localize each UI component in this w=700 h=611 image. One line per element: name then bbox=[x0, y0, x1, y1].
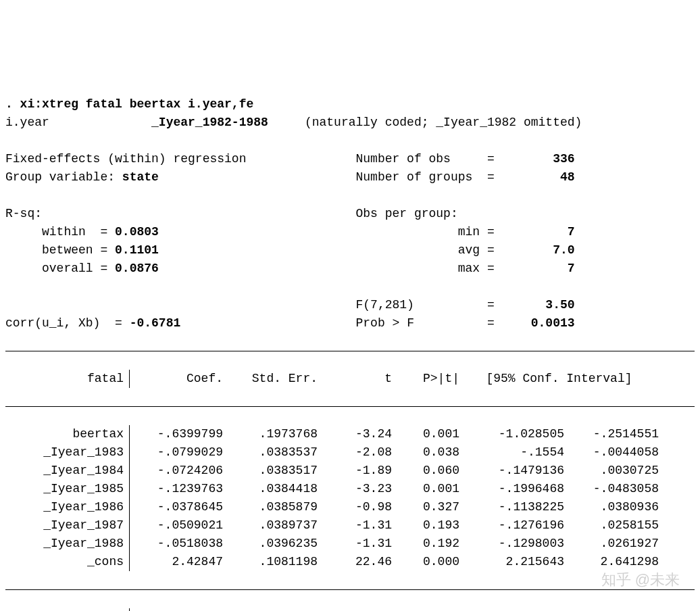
p-value: 0.192 bbox=[392, 535, 459, 553]
coef-value: -.0724206 bbox=[135, 462, 223, 480]
table-row: _Iyear_1985-.1239763.0384418-3.230.001-.… bbox=[5, 480, 695, 498]
table-row: beertax-.6399799.1973768-3.240.001-1.028… bbox=[5, 425, 695, 443]
ci-lo: -.1298003 bbox=[459, 535, 564, 553]
p-value: 0.038 bbox=[392, 443, 459, 462]
col-headers: Coef.Std. Err.tP>|t|[95% Conf. Interval] bbox=[130, 370, 695, 388]
watermark: 知乎 @未来 bbox=[601, 568, 680, 591]
corr-value: -0.6781 bbox=[130, 316, 181, 330]
p-value: 0.060 bbox=[392, 462, 459, 480]
coef-value: -.6399799 bbox=[135, 425, 223, 443]
stata-output: . xi:xtreg fatal beertax i.year,fe i.yea… bbox=[5, 77, 695, 333]
ci-hi: -.0044058 bbox=[564, 443, 659, 462]
hdr-se: Std. Err. bbox=[223, 370, 318, 388]
sigma-u-value: .70945965 bbox=[135, 608, 223, 611]
var-stats: 2.42847.108119822.460.0002.2156432.64129… bbox=[130, 553, 695, 571]
var-stats: -.0799029.0383537-2.080.038-.1554-.00440… bbox=[130, 443, 695, 462]
t-value: -1.31 bbox=[318, 535, 392, 553]
table-row: _cons2.42847.108119822.460.0002.2156432.… bbox=[5, 553, 695, 571]
t-value: -3.24 bbox=[318, 425, 392, 443]
table-top-rule bbox=[5, 351, 695, 351]
coef-value: -.0518038 bbox=[135, 535, 223, 553]
rsq-overall-value: 0.0876 bbox=[115, 262, 159, 275]
se-value: .0389737 bbox=[223, 516, 318, 535]
p-value: 0.193 bbox=[392, 516, 459, 535]
ci-hi: 2.641298 bbox=[564, 553, 659, 571]
opg-label: Obs per group: bbox=[356, 207, 458, 220]
xi-stub: _Iyear_1982-1988 bbox=[151, 116, 268, 129]
fstat-value: 3.50 bbox=[545, 298, 574, 312]
var-stats: -.0378645.0385879-0.980.327-.1138225.038… bbox=[130, 498, 695, 516]
hdr-t: t bbox=[318, 370, 392, 388]
ci-hi: .0030725 bbox=[564, 462, 659, 480]
nobs-value: 336 bbox=[553, 152, 574, 166]
table-row: _Iyear_1987-.0509021.0389737-1.310.193-.… bbox=[5, 516, 695, 535]
ngrp-label: Number of groups bbox=[356, 170, 473, 184]
table-mid-rule bbox=[5, 589, 695, 590]
opg-min-label: min = bbox=[458, 225, 495, 239]
depvar-header: fatal bbox=[5, 370, 130, 388]
xi-var: i.year bbox=[5, 116, 49, 129]
se-value: .1081198 bbox=[223, 553, 318, 571]
coef-value: -.0799029 bbox=[135, 443, 223, 462]
t-value: -1.31 bbox=[318, 516, 392, 535]
var-stats: -.6399799.1973768-3.240.001-1.028505-.25… bbox=[130, 425, 695, 443]
ci-lo: -.1996468 bbox=[459, 480, 564, 498]
var-name: _Iyear_1987 bbox=[5, 516, 130, 535]
ci-lo: -1.028505 bbox=[459, 425, 564, 443]
var-stats: -.0724206.0383517-1.890.060-.1479136.003… bbox=[130, 462, 695, 480]
sigma-u-row: sigma_u.70945965 bbox=[5, 608, 695, 611]
se-value: .0396235 bbox=[223, 535, 318, 553]
p-value: 0.327 bbox=[392, 498, 459, 516]
ci-lo: -.1554 bbox=[459, 443, 564, 462]
ci-lo: -.1138225 bbox=[459, 498, 564, 516]
opg-max-value: 7 bbox=[568, 262, 575, 275]
ci-lo: 2.215643 bbox=[459, 553, 564, 571]
opg-min-value: 7 bbox=[568, 225, 575, 239]
var-name: _Iyear_1988 bbox=[5, 535, 130, 553]
ci-hi: -.2514551 bbox=[564, 425, 659, 443]
se-value: .0385879 bbox=[223, 498, 318, 516]
ci-hi: .0258155 bbox=[564, 516, 659, 535]
sigma-u-label: sigma_u bbox=[5, 608, 130, 611]
hdr-ci: [95% Conf. Interval] bbox=[459, 370, 659, 388]
table-row: _Iyear_1984-.0724206.0383517-1.890.060-.… bbox=[5, 462, 695, 480]
var-stats: -.0509021.0389737-1.310.193-.1276196.025… bbox=[130, 516, 695, 535]
rsq-between-label: between = bbox=[42, 243, 115, 257]
command-line: . xi:xtreg fatal beertax i.year,fe bbox=[5, 97, 253, 111]
fstat-label: F(7,281) bbox=[355, 298, 414, 312]
p-value: 0.001 bbox=[392, 425, 459, 443]
var-name: _Iyear_1986 bbox=[5, 498, 130, 516]
rsq-within-label: within = bbox=[42, 225, 115, 239]
hdr-p: P>|t| bbox=[392, 370, 459, 388]
ngrp-value: 48 bbox=[560, 170, 575, 184]
table-header-rule bbox=[5, 406, 695, 407]
ci-hi: -.0483058 bbox=[564, 480, 659, 498]
var-name: _Iyear_1983 bbox=[5, 443, 130, 462]
t-value: 22.46 bbox=[318, 553, 392, 571]
coef-value: -.1239763 bbox=[135, 480, 223, 498]
table-header: fatalCoef.Std. Err.tP>|t|[95% Conf. Inte… bbox=[5, 370, 695, 388]
var-stats: -.1239763.0384418-3.230.001-.1996468-.04… bbox=[130, 480, 695, 498]
corr-label: corr(u_i, Xb) = bbox=[5, 316, 130, 330]
rsq-within-value: 0.0803 bbox=[115, 225, 159, 239]
se-value: .0383537 bbox=[223, 443, 318, 462]
rsq-label: R-sq: bbox=[5, 207, 42, 220]
ci-hi: .0380936 bbox=[564, 498, 659, 516]
probf-value: 0.0013 bbox=[531, 316, 575, 330]
t-value: -3.23 bbox=[318, 480, 392, 498]
se-value: .1973768 bbox=[223, 425, 318, 443]
var-name: _Iyear_1985 bbox=[5, 480, 130, 498]
se-value: .0383517 bbox=[223, 462, 318, 480]
opg-avg-value: 7.0 bbox=[553, 243, 574, 257]
t-value: -2.08 bbox=[318, 443, 392, 462]
table-row: _Iyear_1988-.0518038.0396235-1.310.192-.… bbox=[5, 535, 695, 553]
coef-table-body: beertax-.6399799.1973768-3.240.001-1.028… bbox=[5, 425, 695, 571]
ci-lo: -.1479136 bbox=[459, 462, 564, 480]
var-name: _cons bbox=[5, 553, 130, 571]
probf-label: Prob > F bbox=[356, 316, 414, 330]
opg-max-label: max = bbox=[458, 262, 495, 275]
var-name: beertax bbox=[5, 425, 130, 443]
p-value: 0.001 bbox=[392, 480, 459, 498]
model-type: Fixed-effects (within) regression bbox=[5, 152, 246, 166]
t-value: -1.89 bbox=[318, 462, 392, 480]
